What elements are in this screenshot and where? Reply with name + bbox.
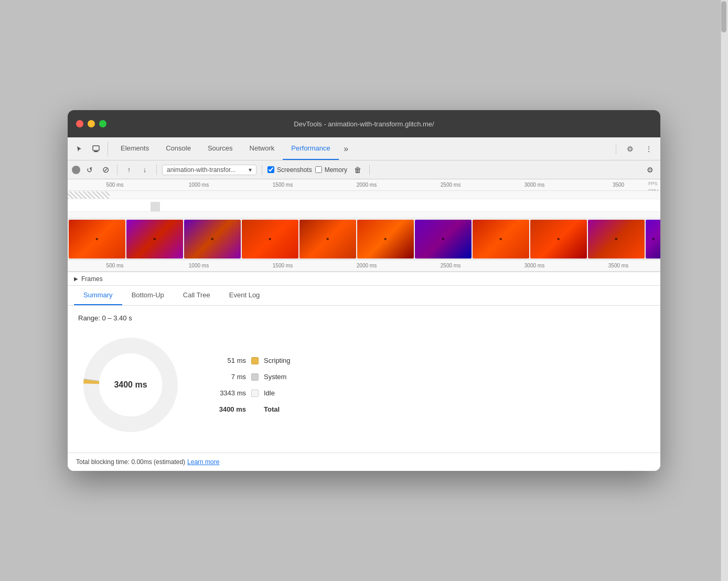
memory-checkbox[interactable] [315, 166, 322, 173]
screenshot-9[interactable] [530, 220, 587, 259]
screenshot-8[interactable] [473, 220, 529, 259]
tab-sources[interactable]: Sources [199, 137, 241, 160]
idle-label: Idle [264, 389, 275, 397]
btick-3500: 3500 ms [576, 263, 660, 268]
system-color [251, 373, 259, 381]
bottom-ruler-ticks: 500 ms 1000 ms 1500 ms 2000 ms 2500 ms 3… [73, 263, 660, 268]
net-row [68, 212, 660, 218]
screenshot-2[interactable] [126, 220, 183, 259]
clear-button[interactable]: ⊘ [99, 164, 112, 176]
download-button[interactable]: ↓ [138, 164, 151, 176]
system-label: System [264, 373, 286, 381]
learn-more-link[interactable]: Learn more [187, 458, 219, 466]
tab-performance[interactable]: Performance [283, 137, 338, 160]
idle-color [251, 390, 259, 397]
bottom-bar: Total blocking time: 0.00ms (estimated) … [68, 453, 660, 471]
nav-tabs: Elements Console Sources Network Perform… [112, 137, 614, 160]
btick-500: 500 ms [73, 263, 157, 268]
summary-content: 3400 ms 51 ms Scripting 7 ms System 3343… [78, 332, 650, 437]
fps-row [68, 191, 660, 199]
screenshot-1[interactable] [69, 220, 125, 259]
total-value: 3400 ms [215, 405, 246, 413]
sep3 [262, 165, 262, 175]
screenshot-7[interactable] [415, 220, 472, 259]
clear-recording-button[interactable]: 🗑 [351, 164, 364, 176]
analysis-tabs: Summary Bottom-Up Call Tree Event Log [68, 286, 660, 306]
timeline-ruler: 500 ms 1000 ms 1500 ms 2000 ms 2500 ms 3… [68, 179, 660, 191]
screenshots-strip[interactable] [68, 218, 660, 260]
donut-center-label: 3400 ms [114, 380, 147, 390]
ruler-ticks: 500 ms 1000 ms 1500 ms 2000 ms 2500 ms 3… [68, 182, 660, 188]
devtools-window: DevTools - animation-with-transform.glit… [68, 110, 660, 471]
scripting-value: 51 ms [215, 357, 246, 364]
memory-toggle[interactable]: Memory [315, 166, 347, 174]
tick-3000: 3000 ms [493, 182, 576, 188]
tab-bottom-up[interactable]: Bottom-Up [122, 286, 174, 305]
separator [616, 144, 616, 154]
screenshots-checkbox[interactable] [267, 166, 274, 173]
legend: 51 ms Scripting 7 ms System 3343 ms Idle… [215, 357, 291, 413]
sep4 [369, 165, 370, 175]
btick-2000: 2000 ms [325, 263, 409, 268]
tab-console[interactable]: Console [157, 137, 199, 160]
tab-event-log[interactable]: Event Log [220, 286, 270, 305]
svg-rect-0 [93, 146, 99, 150]
tick-500: 500 ms [73, 182, 157, 188]
screenshot-3[interactable] [184, 220, 241, 259]
tab-elements[interactable]: Elements [112, 137, 157, 160]
frames-row[interactable]: ▶ Frames [68, 272, 660, 286]
cpu-bars [68, 199, 660, 211]
reload-record-button[interactable]: ↺ [83, 164, 96, 176]
svg-rect-1 [94, 151, 98, 152]
fps-bars [68, 191, 660, 199]
cpu-row [68, 199, 660, 212]
traffic-lights [76, 120, 106, 127]
tick-1500: 1500 ms [241, 182, 325, 188]
nav-more-button[interactable]: » [339, 142, 354, 156]
blocking-time-text: Total blocking time: 0.00ms (estimated) [76, 458, 185, 466]
maximize-button[interactable] [99, 120, 106, 127]
minimize-button[interactable] [88, 120, 95, 127]
summary-panel: Range: 0 – 3.40 s 3400 ms [68, 306, 660, 453]
perf-settings-icon[interactable]: ⚙ [644, 164, 656, 176]
system-value: 7 ms [215, 373, 246, 381]
screenshots-label: Screenshots [277, 166, 312, 174]
btick-3000: 3000 ms [493, 263, 576, 268]
more-icon[interactable]: ⋮ [641, 142, 656, 156]
pointer-icon[interactable] [72, 142, 87, 156]
window-title: DevTools - animation-with-transform.glit… [294, 120, 434, 128]
upload-button[interactable]: ↑ [123, 164, 135, 176]
idle-value: 3343 ms [215, 389, 246, 397]
record-button[interactable] [72, 166, 80, 174]
screenshot-5[interactable] [299, 220, 356, 259]
inspect-icon[interactable] [89, 142, 103, 156]
screenshot-6[interactable] [357, 220, 414, 259]
url-selector[interactable]: animation-with-transfor... ▾ [162, 165, 256, 175]
legend-total: 3400 ms Total [215, 405, 291, 413]
btick-1000: 1000 ms [157, 263, 241, 268]
frames-arrow: ▶ [74, 276, 78, 282]
bottom-ruler: 500 ms 1000 ms 1500 ms 2000 ms 2500 ms 3… [68, 260, 660, 272]
tab-network[interactable]: Network [241, 137, 283, 160]
donut-chart: 3400 ms [78, 332, 183, 437]
header-right: ⚙ ⋮ [614, 142, 656, 156]
tick-1000: 1000 ms [157, 182, 241, 188]
frames-label: Frames [81, 275, 103, 283]
settings-icon[interactable]: ⚙ [623, 142, 637, 156]
screenshots-toggle[interactable]: Screenshots [267, 166, 312, 174]
tab-summary[interactable]: Summary [74, 286, 122, 305]
total-label: Total [264, 405, 280, 413]
fps-label: FPS [648, 180, 658, 188]
screenshot-11[interactable] [646, 220, 660, 259]
close-button[interactable] [76, 120, 83, 127]
url-value: animation-with-transfor... [167, 166, 235, 174]
range-text: Range: 0 – 3.40 s [78, 314, 650, 322]
btick-1500: 1500 ms [241, 263, 325, 268]
screenshot-10[interactable] [588, 220, 645, 259]
tab-call-tree[interactable]: Call Tree [174, 286, 220, 305]
memory-label: Memory [325, 166, 347, 174]
sep1 [117, 165, 117, 175]
screenshot-4[interactable] [242, 220, 298, 259]
tick-2500: 2500 ms [409, 182, 493, 188]
title-bar: DevTools - animation-with-transform.glit… [68, 110, 660, 137]
